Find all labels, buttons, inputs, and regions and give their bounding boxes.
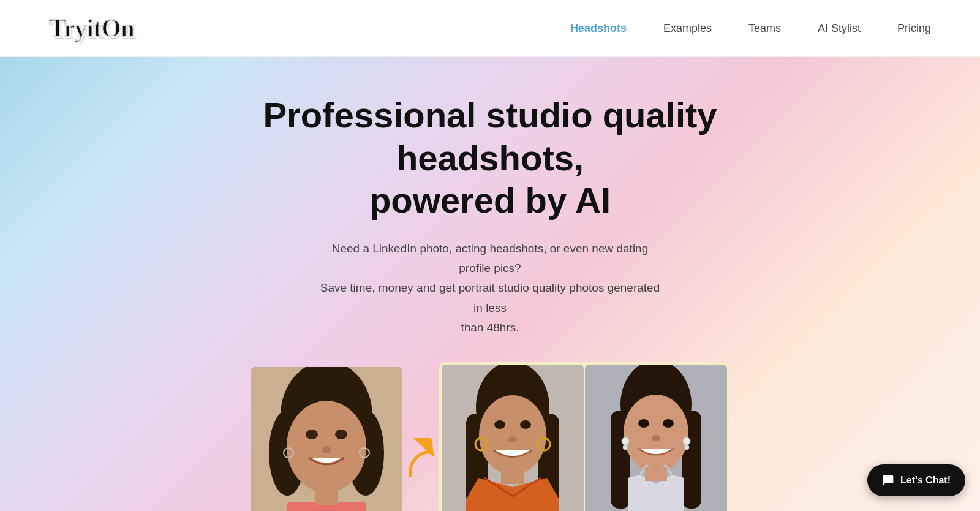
svg-point-32 — [638, 419, 649, 428]
svg-point-20 — [494, 420, 505, 429]
svg-rect-25 — [501, 469, 524, 484]
svg-point-19 — [479, 395, 546, 475]
svg-point-36 — [623, 445, 628, 450]
nav-examples[interactable]: Examples — [663, 22, 712, 35]
svg-point-31 — [624, 395, 688, 472]
svg-rect-39 — [645, 467, 667, 481]
logo[interactable]: TryitOn — [49, 13, 134, 43]
svg-point-38 — [684, 445, 689, 450]
header: TryitOn Headshots Examples Teams AI Styl… — [0, 0, 980, 57]
svg-point-7 — [335, 430, 347, 439]
hero-title: Professional studio quality headshots, p… — [214, 94, 766, 222]
svg-point-21 — [520, 420, 531, 429]
photo-right-wrapper: Headshot examples you get back — [439, 362, 729, 511]
hero-subtitle: Need a LinkedIn photo, acting headshots,… — [315, 239, 665, 338]
arrow-icon — [402, 438, 439, 487]
chat-widget[interactable]: Let's Chat! — [867, 464, 965, 496]
nav-ai-stylist[interactable]: AI Stylist — [818, 22, 861, 35]
photo-right-container — [439, 362, 729, 511]
hero-section: Professional studio quality headshots, p… — [0, 57, 980, 511]
photo-left — [251, 367, 402, 511]
demo-images: Photo you provide — [251, 362, 729, 511]
nav-headshots[interactable]: Headshots — [570, 22, 627, 35]
photo-right-2 — [585, 365, 727, 511]
arrow-container — [402, 383, 439, 511]
svg-point-8 — [322, 446, 331, 453]
nav-teams[interactable]: Teams — [748, 22, 781, 35]
svg-point-37 — [683, 437, 690, 445]
svg-point-34 — [652, 435, 660, 441]
svg-point-22 — [508, 436, 517, 442]
chat-icon — [882, 474, 894, 486]
svg-point-6 — [306, 430, 318, 439]
chat-label: Let's Chat! — [900, 475, 951, 486]
svg-point-33 — [663, 419, 674, 428]
svg-rect-12 — [315, 486, 338, 505]
nav-pricing[interactable]: Pricing — [897, 22, 931, 35]
svg-point-35 — [622, 437, 629, 445]
photo-right-1 — [442, 365, 584, 511]
photo-left-wrapper: Photo you provide — [251, 367, 402, 511]
nav: Headshots Examples Teams AI Stylist Pric… — [570, 22, 931, 35]
